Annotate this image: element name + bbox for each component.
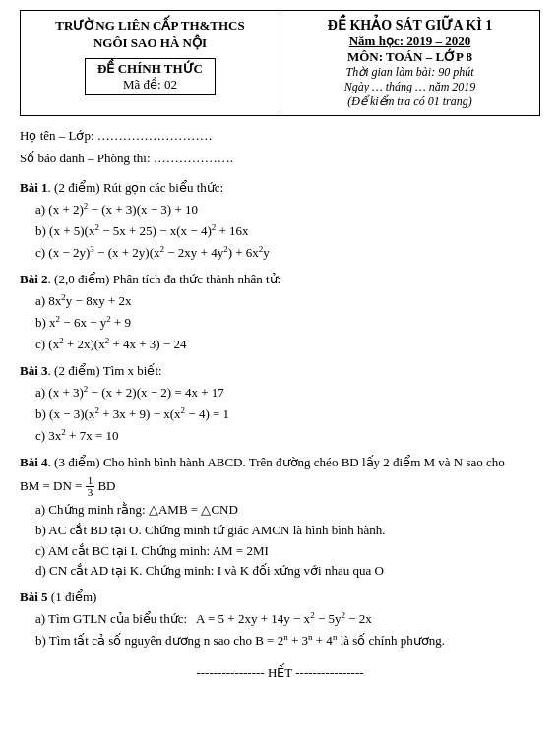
bai-4-formula: BM = DN = 1 3 BD xyxy=(20,475,540,498)
bai-4-d: d) CN cắt AD tại K. Chứng minh: I và K đ… xyxy=(35,561,540,582)
subject: MÔN: TOÁN – LỚP 8 xyxy=(290,49,529,65)
bai-2: Bài 2. (2,0 điểm) Phân tích đa thức thàn… xyxy=(20,270,540,355)
het-label: ---------------- HẾT ---------------- xyxy=(196,665,363,680)
bai-2-desc: . (2,0 điểm) Phân tích đa thức thành nhâ… xyxy=(48,272,281,286)
exam-content: Bài 1. (2 điểm) Rút gọn các biểu thức: a… xyxy=(20,178,540,652)
bai-3-title: Bài 3 xyxy=(20,363,48,378)
so-bao-danh: Số báo danh – Phòng thi: ………………. xyxy=(20,147,540,169)
bai-1-title: Bài 1 xyxy=(20,180,48,195)
bai-2-b: b) x2 − 6x − y2 + 9 xyxy=(35,312,540,334)
bai-5-a: a) Tìm GTLN của biểu thức: A = 5 + 2xy +… xyxy=(35,608,540,630)
bai-5: Bài 5 (1 điểm) a) Tìm GTLN của biểu thức… xyxy=(20,588,540,651)
thoi-gian: Thời gian làm bài: 90 phút xyxy=(290,65,529,80)
bai-3-c: c) 3x2 + 7x = 10 xyxy=(35,425,540,447)
header-left: TRƯỜNG LIÊN CẤP TH&THCS NGÔI SAO HÀ NỘI … xyxy=(21,11,280,115)
bai-3-desc: . (2 điểm) Tìm x biết: xyxy=(48,363,162,378)
bai-4-b: b) AC cắt BD tại O. Chứng minh tứ giác A… xyxy=(35,521,540,541)
bai-2-c: c) (x2 + 2x)(x2 + 4x + 3) − 24 xyxy=(35,334,540,355)
exam-title: ĐỀ KHẢO SÁT GIỮA KÌ 1 xyxy=(290,17,529,33)
ho-ten-lop: Họ tên – Lớp: ……………………… xyxy=(20,124,540,147)
de-chinh-thuc-label: ĐỀ CHÍNH THỨC xyxy=(97,61,203,77)
bai-5-title: Bài 5 xyxy=(20,589,48,604)
student-info: Họ tên – Lớp: ……………………… Số báo danh – Ph… xyxy=(20,124,540,170)
bai-1: Bài 1. (2 điểm) Rút gọn các biểu thức: a… xyxy=(20,178,540,264)
header-right: ĐỀ KHẢO SÁT GIỮA KÌ 1 Năm học: 2019 – 20… xyxy=(280,11,539,115)
official-box: ĐỀ CHÍNH THỨC Mã đề: 02 xyxy=(85,58,216,95)
bai-4: Bài 4. (3 điểm) Cho hình bình hành ABCD.… xyxy=(20,453,540,582)
footer: ---------------- HẾT ---------------- xyxy=(20,665,540,681)
bai-2-title: Bài 2 xyxy=(20,272,48,286)
fraction-1-3: 1 3 xyxy=(86,475,95,498)
bai-4-c: c) AM cắt BC tại I. Chứng minh: AM = 2MI xyxy=(35,541,540,562)
bai-4-title: Bài 4 xyxy=(20,455,48,469)
exam-header: TRƯỜNG LIÊN CẤP TH&THCS NGÔI SAO HÀ NỘI … xyxy=(20,10,540,116)
bai-1-b: b) (x + 5)(x2 − 5x + 25) − x(x − 4)2 + 1… xyxy=(35,220,540,242)
ma-de-label: Mã đề: 02 xyxy=(97,77,203,93)
school-name: TRƯỜNG LIÊN CẤP TH&THCS NGÔI SAO HÀ NỘI xyxy=(31,17,270,52)
ngay-thang-nam: Ngày … tháng … năm 2019 xyxy=(290,80,529,94)
bai-5-desc: (1 điểm) xyxy=(48,589,97,604)
bai-4-desc: . (3 điểm) Cho hình bình hành ABCD. Trên… xyxy=(48,455,505,469)
bai-3-a: a) (x + 3)2 − (x + 2)(x − 2) = 4x + 17 xyxy=(35,382,540,403)
bai-5-b: b) Tìm tất cả số nguyên dương n sao cho … xyxy=(35,630,540,651)
bai-2-a: a) 8x2y − 8xy + 2x xyxy=(35,290,540,312)
bai-1-c: c) (x − 2y)3 − (x + 2y)(x2 − 2xy + 4y2) … xyxy=(35,242,540,264)
bai-3: Bài 3. (2 điểm) Tìm x biết: a) (x + 3)2 … xyxy=(20,361,540,447)
bai-4-a: a) Chứng minh rằng: △AMB = △CND xyxy=(35,500,540,521)
bai-3-b: b) (x − 3)(x2 + 3x + 9) − x(x2 − 4) = 1 xyxy=(35,403,540,425)
de-kiem-tra: (Để kiểm tra có 01 trang) xyxy=(290,94,529,109)
nam-hoc: Năm học: 2019 – 2020 xyxy=(290,33,529,49)
bai-1-a: a) (x + 2)2 − (x + 3)(x − 3) + 10 xyxy=(35,199,540,220)
bai-1-desc: . (2 điểm) Rút gọn các biểu thức: xyxy=(48,180,224,195)
